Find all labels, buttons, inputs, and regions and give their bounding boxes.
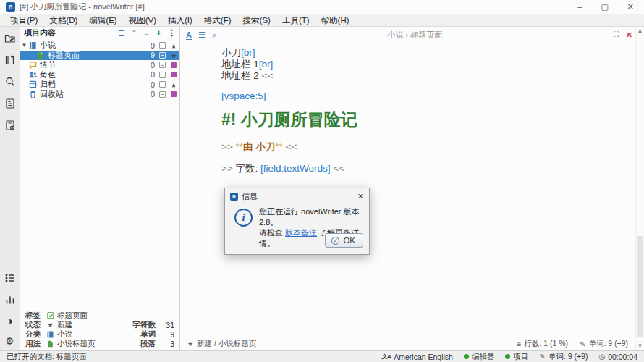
- tool-sidebar: ◑ ⚙: [0, 27, 20, 350]
- breadcrumb: 小说 › 标题页面: [216, 30, 614, 41]
- editor-scrollbar[interactable]: ▲ ▼: [635, 27, 644, 350]
- menu-project[interactable]: 项目(P): [4, 14, 43, 27]
- minimize-icon[interactable]: –: [577, 3, 582, 11]
- chat-icon: [28, 61, 37, 69]
- tree-row-plot[interactable]: 情节 0: [20, 60, 179, 70]
- green-dot-icon: [464, 354, 469, 359]
- green-dot-icon: [505, 354, 510, 359]
- project-status: 项目: [505, 352, 528, 362]
- menu-help[interactable]: 帮助(H): [315, 14, 355, 27]
- release-notes-link[interactable]: 版本备注: [285, 228, 317, 237]
- detail-row-class: 分类 小说: [25, 329, 114, 339]
- outline-view-icon[interactable]: [4, 98, 16, 109]
- status-purple-icon: [171, 62, 177, 68]
- maximize-icon[interactable]: ▢: [601, 3, 608, 11]
- window-controls: – ▢ ✕: [577, 3, 638, 11]
- app-icon: n: [6, 2, 15, 12]
- move-up-icon[interactable]: ⌃: [131, 30, 137, 37]
- dialog-close-icon[interactable]: ✕: [357, 193, 364, 201]
- project-details-icon[interactable]: [4, 272, 16, 284]
- editor-header: A ☰ ⌕ 小说 › 标题页面 ⛶ ✕: [180, 27, 644, 43]
- tree-item-label: 回收站: [40, 89, 143, 100]
- expand-all-icon[interactable]: [119, 30, 124, 36]
- tree-item-count: 0: [143, 90, 155, 98]
- ok-button[interactable]: ✓ OK: [325, 233, 363, 248]
- text-line: 地址栏 2 <<: [221, 70, 593, 82]
- project-panel-title: 项目内容: [24, 28, 56, 38]
- document-status[interactable]: ★ 新建 / 小说标题页: [187, 339, 256, 349]
- project-panel-toolbar: ⌃ ⌄ + ⋮: [119, 28, 176, 38]
- people-icon: [28, 71, 37, 79]
- session-timer[interactable]: ◷ 00:00:04: [598, 353, 637, 361]
- app-icon: n: [230, 193, 238, 201]
- preferences-icon[interactable]: ⚙: [5, 336, 14, 346]
- dialog-title: 信息: [242, 191, 258, 202]
- text-format-icon[interactable]: A: [186, 30, 192, 40]
- menu-document[interactable]: 文档(D): [43, 14, 83, 27]
- language-icon: 文A: [381, 353, 391, 361]
- stat-paragraphs-label: 段落: [114, 339, 156, 349]
- menu-search[interactable]: 搜索(S): [237, 14, 276, 27]
- document-icon: [46, 340, 54, 348]
- close-icon[interactable]: ✕: [627, 3, 634, 11]
- text-line: 小刀[br]: [221, 47, 593, 59]
- trash-icon: [28, 90, 37, 98]
- menu-view[interactable]: 视图(V): [123, 14, 162, 27]
- scroll-up-icon[interactable]: ▲: [636, 28, 644, 35]
- add-item-icon[interactable]: +: [156, 28, 161, 38]
- br-tag: [br]: [259, 59, 274, 70]
- active-flag-icon: [159, 42, 166, 49]
- tree-row-archive[interactable]: 归档 0 ★: [20, 80, 179, 90]
- status-purple-icon: [171, 91, 177, 97]
- status-star-icon: ★: [171, 82, 177, 89]
- more-options-icon[interactable]: ⋮: [168, 28, 176, 38]
- theme-contrast-icon[interactable]: ◑: [7, 316, 12, 326]
- build-manuscript-icon[interactable]: [4, 119, 16, 131]
- line-count[interactable]: ≡ 行数: 1 (1 %): [517, 339, 569, 349]
- tree-row-trash[interactable]: 回收站 0: [20, 90, 179, 100]
- clock-icon: ◷: [598, 353, 605, 361]
- pen-icon: ✎: [539, 353, 545, 361]
- info-icon: i: [234, 209, 253, 227]
- status-bar: 已打开的文档: 标题页面 文A American English 编辑器 项目 …: [0, 350, 644, 362]
- byline: >> **由 小刀** <<: [221, 141, 593, 153]
- word-count[interactable]: ✎ 单词: 9 (+9): [580, 339, 628, 349]
- word-count-line: >> 字数: [field:textWords] <<: [221, 163, 593, 174]
- expand-arrow-icon[interactable]: ▼: [20, 42, 28, 49]
- menu-tools[interactable]: 工具(T): [276, 14, 315, 27]
- document-menu-icon[interactable]: ☰: [198, 31, 206, 39]
- tree-row-title-page[interactable]: 标题页面 9 ★: [20, 51, 179, 61]
- spellcheck-language[interactable]: 文A American English: [381, 353, 452, 361]
- dialog-titlebar: n 信息 ✕: [225, 188, 369, 203]
- tree-row-novel[interactable]: ▼ 小说 9 ★: [20, 41, 179, 51]
- editor-footer: ★ 新建 / 小说标题页 ≡ 行数: 1 (1 %) ✎ 单词: 9 (+9): [180, 337, 635, 350]
- status-star-icon: ★: [187, 340, 193, 348]
- writing-stats-icon[interactable]: [4, 294, 16, 306]
- novel-view-icon[interactable]: [4, 54, 16, 66]
- scroll-down-icon[interactable]: ▼: [636, 342, 644, 350]
- vspace-tag: [vspace:5]: [221, 90, 593, 102]
- menu-edit[interactable]: 编辑(E): [83, 14, 122, 27]
- detail-row-usage: 用法 小说标题页: [25, 339, 114, 348]
- search-icon[interactable]: [4, 76, 16, 88]
- scrollbar-thumb[interactable]: [637, 236, 643, 337]
- close-document-icon[interactable]: ✕: [626, 30, 632, 40]
- document-title: #! 小刀厕所冒险记: [221, 109, 593, 130]
- menu-format[interactable]: 格式(F): [198, 14, 237, 27]
- focus-mode-icon[interactable]: ⛶: [614, 30, 619, 39]
- pen-icon: ✎: [580, 340, 585, 348]
- active-flag-icon: [159, 52, 166, 59]
- book-icon: [28, 41, 37, 49]
- document-text[interactable]: 小刀[br] 地址栏 1[br] 地址栏 2 << [vspace:5] #! …: [180, 43, 644, 174]
- align-marker: <<: [262, 70, 274, 81]
- move-down-icon[interactable]: ⌄: [144, 30, 150, 37]
- lines-icon: ≡: [517, 340, 522, 348]
- tree-row-characters[interactable]: 角色 0: [20, 70, 179, 80]
- project-content-icon[interactable]: [4, 33, 16, 44]
- field-tag: [field:textWords]: [260, 163, 331, 174]
- menu-insert[interactable]: 插入(I): [162, 14, 198, 27]
- active-flag-icon: [159, 81, 166, 88]
- project-panel: 项目内容 ⌃ ⌄ + ⋮ ▼ 小说 9 ★: [20, 27, 180, 350]
- session-words: ✎ 单词: 9 (+9): [539, 352, 588, 362]
- open-document-status: 已打开的文档: 标题页面: [7, 352, 87, 362]
